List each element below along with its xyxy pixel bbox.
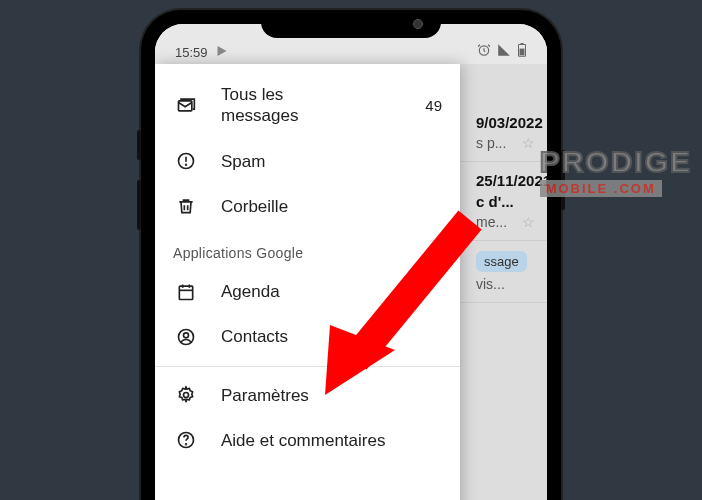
drawer-item-label: Paramètres: [221, 385, 442, 406]
drawer-item-spam[interactable]: Spam: [155, 139, 460, 184]
email-preview: vis...: [476, 276, 505, 292]
drawer-item-label: Aide et commentaires: [221, 430, 442, 451]
front-camera: [413, 19, 423, 29]
phone-notch: [261, 10, 441, 38]
email-row[interactable]: 25/11/2021 c d'... me...☆: [460, 162, 547, 241]
navigation-drawer: Tous les messages 49 Spam Corbeille Appl…: [155, 64, 460, 500]
email-row[interactable]: ssage vis...: [460, 241, 547, 303]
email-subject: c d'...: [476, 193, 535, 210]
play-store-icon: [216, 45, 228, 60]
svg-point-16: [186, 444, 187, 445]
calendar-icon: [173, 282, 199, 302]
person-icon: [173, 327, 199, 347]
volume-down-button[interactable]: [137, 180, 141, 230]
volume-up-button[interactable]: [137, 130, 141, 160]
drawer-item-count: 49: [425, 97, 442, 114]
app-content: 9/03/2022 s p...☆ 25/11/2021 c d'... me.…: [155, 64, 547, 500]
signal-icon: [497, 43, 511, 60]
battery-icon: [517, 43, 527, 60]
drawer-item-label: Spam: [221, 151, 442, 172]
email-row[interactable]: 9/03/2022 s p...☆: [460, 104, 547, 162]
drawer-section-header: Applications Google: [155, 229, 460, 269]
drawer-item-settings[interactable]: Paramètres: [155, 373, 460, 418]
svg-rect-2: [521, 43, 524, 44]
drawer-divider: [155, 366, 460, 367]
power-button[interactable]: [561, 150, 565, 210]
svg-point-7: [186, 164, 187, 165]
email-preview: me...: [476, 214, 507, 230]
trash-icon: [173, 196, 199, 216]
drawer-item-trash[interactable]: Corbeille: [155, 184, 460, 229]
drawer-item-calendar[interactable]: Agenda: [155, 269, 460, 314]
drawer-item-label: Corbeille: [221, 196, 442, 217]
svg-rect-3: [520, 49, 525, 56]
drawer-item-contacts[interactable]: Contacts: [155, 314, 460, 359]
star-icon[interactable]: ☆: [522, 135, 535, 151]
phone-screen: 15:59 9/03/2022: [155, 24, 547, 500]
drawer-item-label: Agenda: [221, 281, 442, 302]
drawer-item-label: Contacts: [221, 326, 442, 347]
email-date: 9/03/2022: [476, 114, 535, 131]
alarm-icon: [477, 43, 491, 60]
help-icon: [173, 430, 199, 450]
inbox-background: 9/03/2022 s p...☆ 25/11/2021 c d'... me.…: [460, 64, 547, 500]
svg-point-13: [184, 333, 189, 338]
gear-icon: [173, 385, 199, 405]
drawer-item-label: Tous les messages: [221, 84, 425, 127]
star-icon[interactable]: ☆: [522, 214, 535, 230]
email-date: 25/11/2021: [476, 172, 535, 189]
message-chip: ssage: [476, 251, 527, 272]
email-preview: s p...: [476, 135, 506, 151]
drawer-item-help[interactable]: Aide et commentaires: [155, 418, 460, 463]
svg-rect-8: [179, 286, 192, 299]
drawer-item-all-mail[interactable]: Tous les messages 49: [155, 72, 460, 139]
phone-frame: 15:59 9/03/2022: [141, 10, 561, 500]
svg-point-14: [184, 393, 189, 398]
stacked-mail-icon: [173, 95, 199, 115]
status-time: 15:59: [175, 45, 208, 60]
spam-icon: [173, 151, 199, 171]
